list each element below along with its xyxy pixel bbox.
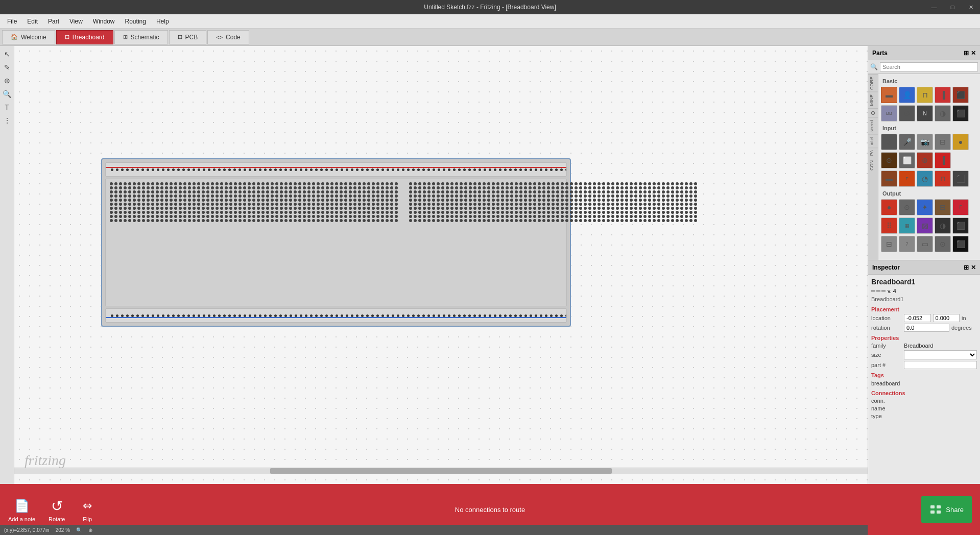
bb-hole[interactable] <box>556 219 559 222</box>
bb-hole[interactable] <box>344 190 347 193</box>
bb-hole[interactable] <box>671 219 674 222</box>
part-lcd[interactable]: ▨ <box>917 217 933 234</box>
bb-hole[interactable] <box>142 186 145 189</box>
bb-hole[interactable] <box>625 215 628 218</box>
bb-hole[interactable] <box>455 211 458 214</box>
bb-hole[interactable] <box>238 211 242 214</box>
bb-hole[interactable] <box>372 207 375 210</box>
bb-hole[interactable] <box>294 203 297 206</box>
bb-hole[interactable] <box>298 199 301 202</box>
bb-hole[interactable] <box>524 190 527 193</box>
part-cam[interactable]: 📷 <box>917 134 933 150</box>
bb-hole[interactable] <box>643 199 647 202</box>
bb-hole[interactable] <box>202 203 205 206</box>
sidebar-label-con[interactable]: CON <box>868 158 878 173</box>
bb-hole[interactable] <box>676 186 679 189</box>
bb-hole[interactable] <box>694 207 697 210</box>
bb-hole[interactable] <box>376 207 379 210</box>
bb-hole[interactable] <box>220 207 223 210</box>
bb-hole[interactable] <box>170 211 173 214</box>
bb-hole[interactable] <box>593 203 596 206</box>
bb-hole[interactable] <box>450 194 453 198</box>
bb-hole[interactable] <box>307 190 310 193</box>
bb-hole[interactable] <box>165 199 168 202</box>
bb-hole[interactable] <box>193 215 196 218</box>
bb-hole[interactable] <box>335 207 338 210</box>
bb-hole[interactable] <box>303 199 306 202</box>
bb-hole[interactable] <box>395 207 398 210</box>
bb-hole[interactable] <box>611 219 614 222</box>
bb-hole[interactable] <box>496 207 499 210</box>
bb-hole[interactable] <box>114 207 117 210</box>
bb-hole[interactable] <box>492 203 495 206</box>
bb-hole[interactable] <box>312 182 315 185</box>
bb-hole[interactable] <box>280 203 283 206</box>
bb-hole[interactable] <box>602 207 605 210</box>
bb-hole[interactable] <box>478 203 481 206</box>
bb-hole[interactable] <box>133 219 136 222</box>
bb-hole[interactable] <box>216 215 219 218</box>
bb-hole[interactable] <box>188 190 191 193</box>
bb-hole[interactable] <box>487 219 490 222</box>
bb-hole[interactable] <box>376 203 379 206</box>
bb-hole[interactable] <box>353 215 356 218</box>
bb-hole[interactable] <box>602 190 605 193</box>
bb-hole[interactable] <box>496 199 499 202</box>
bb-hole[interactable] <box>151 194 154 198</box>
bb-hole[interactable] <box>220 211 223 214</box>
bb-hole[interactable] <box>137 194 140 198</box>
bb-hole[interactable] <box>529 219 532 222</box>
location-y-input[interactable] <box>933 314 960 322</box>
bb-hole[interactable] <box>376 190 379 193</box>
bb-hole[interactable] <box>225 215 228 218</box>
bb-hole[interactable] <box>188 211 191 214</box>
bb-hole[interactable] <box>326 199 329 202</box>
bb-hole[interactable] <box>689 203 692 206</box>
bb-hole[interactable] <box>206 211 209 214</box>
part-relay[interactable]: ⊟ <box>935 199 951 215</box>
bb-hole[interactable] <box>174 194 177 198</box>
bb-hole[interactable] <box>593 219 596 222</box>
bb-hole[interactable] <box>593 207 596 210</box>
bb-hole[interactable] <box>307 207 310 210</box>
bb-hole[interactable] <box>216 186 219 189</box>
bb-hole[interactable] <box>515 215 518 218</box>
bb-hole[interactable] <box>542 182 545 185</box>
bb-hole[interactable] <box>519 211 522 214</box>
bb-hole[interactable] <box>266 219 269 222</box>
bb-hole[interactable] <box>469 215 472 218</box>
bb-hole[interactable] <box>616 182 619 185</box>
bb-hole[interactable] <box>556 190 559 193</box>
bb-hole[interactable] <box>303 215 306 218</box>
bb-hole[interactable] <box>427 211 431 214</box>
part-mic[interactable]: 🎤 <box>899 134 915 150</box>
bb-hole[interactable] <box>492 194 495 198</box>
bb-hole[interactable] <box>639 219 642 222</box>
bb-hole[interactable] <box>446 190 449 193</box>
bb-hole[interactable] <box>496 182 499 185</box>
bb-hole[interactable] <box>358 219 361 222</box>
bb-hole[interactable] <box>119 182 122 185</box>
bb-hole[interactable] <box>437 190 440 193</box>
bb-hole[interactable] <box>418 215 421 218</box>
bb-hole[interactable] <box>289 215 292 218</box>
bb-hole[interactable] <box>441 203 444 206</box>
bb-hole[interactable] <box>611 207 614 210</box>
bb-hole[interactable] <box>179 207 182 210</box>
bb-hole[interactable] <box>423 211 426 214</box>
bb-hole[interactable] <box>588 190 591 193</box>
bb-hole[interactable] <box>556 203 559 206</box>
bb-hole[interactable] <box>197 186 200 189</box>
bb-hole[interactable] <box>147 182 150 185</box>
bb-hole[interactable] <box>312 194 315 198</box>
bb-hole[interactable] <box>593 199 596 202</box>
bb-hole[interactable] <box>197 207 200 210</box>
bb-hole[interactable] <box>441 199 444 202</box>
bb-hole[interactable] <box>340 194 343 198</box>
bb-hole[interactable] <box>202 207 205 210</box>
bb-hole[interactable] <box>556 215 559 218</box>
bb-hole[interactable] <box>147 190 150 193</box>
bb-hole[interactable] <box>271 219 274 222</box>
bb-hole[interactable] <box>597 215 601 218</box>
bb-hole[interactable] <box>298 207 301 210</box>
